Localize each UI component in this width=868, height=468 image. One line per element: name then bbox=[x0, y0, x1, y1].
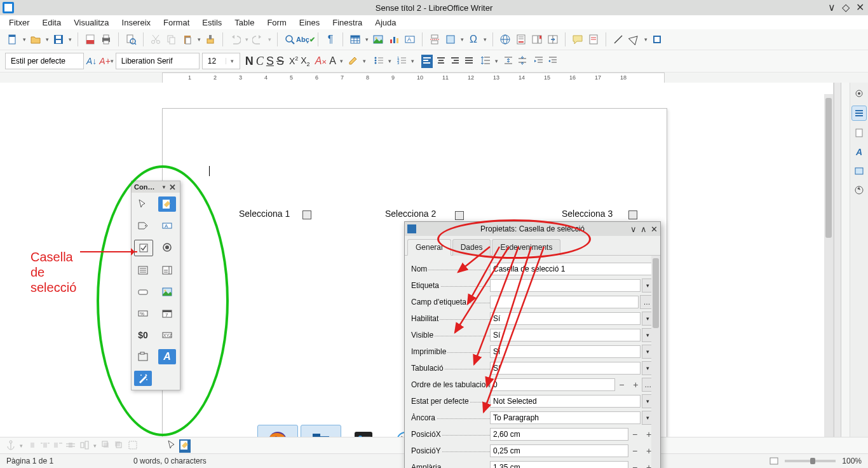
maximize-icon[interactable]: ∧ bbox=[641, 224, 647, 234]
close-icon[interactable]: ✕ bbox=[651, 224, 658, 234]
scrollbar-thumb[interactable] bbox=[825, 98, 832, 238]
paste-dropdown[interactable]: ▾ bbox=[196, 36, 202, 43]
redo-button[interactable] bbox=[250, 32, 266, 47]
comment-button[interactable] bbox=[570, 32, 585, 47]
scrollbar-thumb[interactable] bbox=[653, 258, 659, 328]
indent-inc-button[interactable] bbox=[533, 55, 545, 68]
menu-format[interactable]: Format bbox=[157, 17, 196, 29]
new-dropdown[interactable]: ▾ bbox=[21, 36, 27, 43]
font-size-input[interactable] bbox=[207, 56, 226, 66]
save-button[interactable] bbox=[51, 32, 66, 47]
redo-dropdown[interactable]: ▾ bbox=[266, 36, 273, 43]
hyperlink-button[interactable] bbox=[498, 32, 513, 47]
font-color-button[interactable]: A bbox=[329, 55, 336, 67]
spin-down[interactable]: − bbox=[630, 461, 640, 468]
undo-button[interactable] bbox=[227, 32, 243, 47]
close-icon[interactable]: ✕ bbox=[856, 1, 864, 13]
fontcolor-dropdown[interactable]: ▾ bbox=[339, 58, 345, 64]
send-back-button[interactable] bbox=[113, 439, 125, 453]
more-controls-button[interactable]: A bbox=[158, 349, 176, 364]
formatted-field-button[interactable]: % bbox=[134, 306, 152, 321]
find-button[interactable] bbox=[282, 32, 297, 47]
line-button[interactable] bbox=[611, 32, 626, 47]
minimize-icon[interactable]: ∨ bbox=[630, 224, 637, 234]
save-dropdown[interactable]: ▾ bbox=[67, 36, 73, 43]
sidebar-gallery-icon[interactable] bbox=[852, 164, 866, 178]
wrap-parallel-button[interactable] bbox=[39, 439, 51, 453]
date-field-button[interactable]: 7 bbox=[158, 306, 176, 321]
prop-name-input[interactable] bbox=[490, 263, 654, 275]
formatting-marks-button[interactable]: ¶ bbox=[323, 32, 338, 47]
anchor-dropdown[interactable]: ▾ bbox=[18, 443, 24, 449]
line-spacing-button[interactable] bbox=[480, 55, 491, 68]
status-view-icon[interactable] bbox=[770, 457, 778, 465]
radio-button[interactable] bbox=[158, 240, 176, 255]
prop-taborder-input[interactable] bbox=[490, 378, 615, 391]
sidebar-settings-icon[interactable] bbox=[852, 86, 866, 100]
superscript-button[interactable]: X2 bbox=[289, 56, 298, 67]
tab-general[interactable]: General bbox=[407, 239, 451, 256]
wrap-optimal-button[interactable] bbox=[52, 439, 64, 453]
bring-front-button[interactable] bbox=[100, 439, 112, 453]
strike-button[interactable]: S bbox=[276, 55, 284, 68]
font-name-combo[interactable]: ▾ bbox=[116, 53, 200, 69]
design-mode2-button[interactable] bbox=[179, 439, 191, 453]
sidebar-page-icon[interactable] bbox=[852, 126, 866, 140]
paste-button[interactable] bbox=[180, 32, 195, 47]
design-mode-button[interactable] bbox=[158, 196, 176, 212]
prop-anchor-input[interactable] bbox=[490, 411, 641, 424]
align-justify-button[interactable] bbox=[463, 55, 475, 68]
sidebar-navigator-icon[interactable] bbox=[852, 183, 866, 197]
dialog-scrollbar[interactable] bbox=[651, 256, 660, 468]
indent-dec-button[interactable] bbox=[547, 55, 559, 68]
prop-tabstop-input[interactable] bbox=[490, 362, 641, 375]
menu-styles[interactable]: Estils bbox=[196, 17, 228, 29]
align-obj-dropdown[interactable]: ▾ bbox=[92, 443, 98, 449]
draw-func-button[interactable] bbox=[649, 32, 665, 47]
table-dropdown[interactable]: ▾ bbox=[363, 36, 370, 43]
group-box-button[interactable] bbox=[134, 349, 152, 364]
font-size-combo[interactable]: ▾ bbox=[202, 53, 240, 69]
sidebar-collapse[interactable] bbox=[834, 83, 841, 441]
insert-table-button[interactable] bbox=[348, 32, 363, 47]
bookmark-button[interactable] bbox=[529, 32, 545, 47]
underline-button[interactable]: S bbox=[266, 55, 274, 68]
align-left-button[interactable] bbox=[421, 55, 433, 68]
listbox-button[interactable] bbox=[134, 263, 152, 278]
checkbox-3[interactable] bbox=[628, 210, 637, 219]
spchar-dropdown[interactable]: ▾ bbox=[482, 36, 488, 43]
bullets-dropdown[interactable]: ▾ bbox=[387, 58, 393, 64]
bold-button[interactable]: N bbox=[245, 55, 254, 68]
prop-labelfield-input[interactable] bbox=[490, 296, 639, 308]
sidebar-properties-icon[interactable] bbox=[851, 106, 867, 121]
undo-dropdown[interactable]: ▾ bbox=[243, 36, 250, 43]
para-style-combo[interactable]: ▾ bbox=[5, 53, 84, 69]
label-button[interactable] bbox=[134, 218, 152, 233]
properties-dialog[interactable]: Propietats: Casella de selecció ∨ ∧ ✕ Ge… bbox=[404, 221, 661, 468]
numbering-button[interactable]: 123 bbox=[396, 55, 407, 68]
basic-shapes-button[interactable] bbox=[627, 32, 642, 47]
subscript-button[interactable]: X2 bbox=[301, 55, 309, 67]
new-style-button[interactable]: A+ bbox=[99, 56, 111, 66]
currency-field-button[interactable]: $0 bbox=[134, 327, 152, 343]
para-space-dec-button[interactable] bbox=[517, 55, 528, 68]
select-tool-button[interactable] bbox=[134, 196, 152, 212]
menu-tools[interactable]: Eines bbox=[293, 17, 327, 29]
menu-insert[interactable]: Insereix bbox=[116, 17, 158, 29]
textbox-button[interactable]: A bbox=[158, 218, 176, 233]
prop-posx-input[interactable] bbox=[490, 428, 628, 441]
spin-down[interactable]: − bbox=[630, 428, 640, 441]
spin-up[interactable]: + bbox=[630, 378, 641, 391]
bullets-button[interactable] bbox=[373, 55, 384, 68]
print-button[interactable] bbox=[98, 32, 114, 47]
form-toolbar-header[interactable]: Con… ▼ ✕ bbox=[132, 181, 180, 193]
clear-fmt-button[interactable]: A✕ bbox=[315, 55, 327, 67]
spin-down[interactable]: − bbox=[630, 444, 640, 457]
new-button[interactable] bbox=[5, 32, 20, 47]
highlight-button[interactable] bbox=[348, 55, 359, 68]
numbering-dropdown[interactable]: ▾ bbox=[410, 58, 416, 64]
close-icon[interactable]: ✕ bbox=[168, 182, 177, 192]
insert-textbox-button[interactable]: A bbox=[402, 32, 417, 47]
prop-visible-input[interactable] bbox=[490, 329, 641, 341]
highlight-dropdown[interactable]: ▾ bbox=[362, 58, 368, 64]
